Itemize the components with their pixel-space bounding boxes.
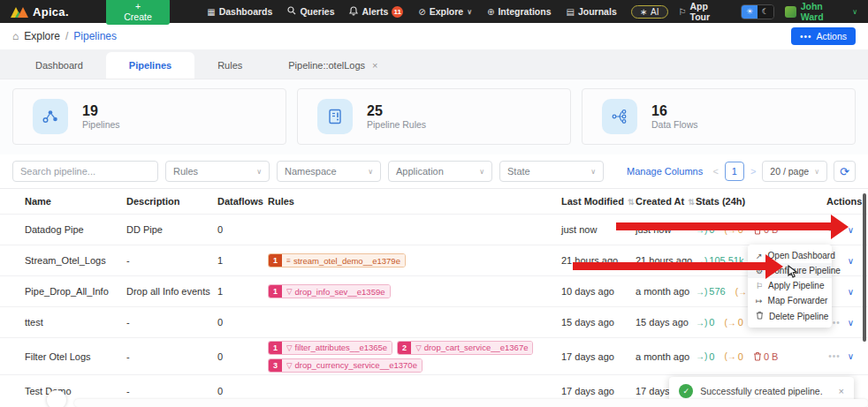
card-label: Pipeline Rules: [367, 119, 426, 130]
flow-branch-icon: [602, 99, 637, 134]
search-input[interactable]: [12, 161, 158, 182]
rule-tag[interactable]: 1≡stream_otel_demo__e1379e: [268, 253, 406, 268]
table-header: Name Description Dataflows Rules Last Mo…: [0, 188, 868, 215]
sort-last-modified[interactable]: Last Modified⇅: [561, 196, 636, 207]
forward-icon: ↦: [756, 297, 763, 305]
ingress-icon: [696, 351, 707, 361]
rule-tag[interactable]: 2▽drop_cart_service__e1367e: [397, 341, 533, 355]
apply-icon: ⚐: [756, 282, 763, 290]
menu-item-map-forwarder[interactable]: ↦ Map Forwarder: [748, 293, 832, 308]
user-name: John Ward: [801, 1, 848, 22]
nav-items: ▦ Dashboards Queries Alerts 11 ⊘ Explore…: [207, 6, 616, 18]
pipeline-nodes-icon: [33, 99, 68, 134]
brand-logo[interactable]: Apica.: [11, 5, 69, 19]
stats-cell: 0 0 0 B: [696, 351, 826, 362]
row-ellipsis-icon[interactable]: •••: [828, 351, 841, 361]
annotation-arrow-to-row-chevron: [616, 222, 831, 230]
avatar: [785, 6, 796, 18]
apica-logo-icon: [11, 6, 28, 18]
table-row[interactable]: Filter Otel Logs - 0 1▽filter_attributes…: [0, 338, 868, 375]
row-expand-icon[interactable]: ∨: [848, 256, 854, 266]
card-label: Data Flows: [651, 119, 698, 130]
tab-rules[interactable]: Rules: [194, 52, 265, 79]
page-size-select[interactable]: 20 / page∨: [762, 161, 827, 182]
nav-item-dashboards[interactable]: ▦ Dashboards: [207, 6, 272, 17]
next-page-icon[interactable]: >: [750, 166, 756, 177]
vertical-scrollbar[interactable]: [863, 193, 866, 342]
trash-icon: [753, 351, 762, 361]
annotation-arrow-to-configure-pipeline: [573, 262, 765, 270]
alerts-badge: 11: [392, 6, 403, 18]
filter-icon: ▽: [415, 343, 422, 352]
breadcrumb-current[interactable]: Pipelines: [73, 30, 117, 42]
sort-created-at[interactable]: Created At⇅: [636, 196, 696, 207]
rule-tag[interactable]: 1▽filter_attributes__e1365e: [268, 341, 392, 355]
ellipsis-icon: •••: [800, 32, 812, 41]
page-actions-button[interactable]: ••• Actions: [791, 27, 856, 45]
cursor-highlight-dot: [47, 390, 66, 407]
ingress-icon: [696, 287, 707, 297]
refresh-button[interactable]: ⟳: [834, 161, 856, 182]
chevron-down-icon: ∨: [590, 168, 596, 176]
card-value: 25: [367, 103, 426, 119]
state-filter-select[interactable]: State∨: [499, 161, 604, 182]
ai-button[interactable]: ∗ AI: [631, 5, 668, 19]
filter-bar: Rules∨ Namespace∨ Application∨ State∨ Ma…: [0, 155, 868, 188]
nav-item-integrations[interactable]: ⊕ Integrations: [487, 6, 551, 17]
row-expand-icon[interactable]: ∨: [848, 287, 854, 297]
tab-dashboard[interactable]: Dashboard: [12, 52, 106, 79]
moon-icon[interactable]: ☾: [758, 5, 773, 19]
namespace-filter-select[interactable]: Namespace∨: [277, 161, 381, 182]
page-number[interactable]: 1: [725, 162, 744, 181]
breadcrumb-separator: /: [65, 30, 68, 42]
pagination: < 1 > 20 / page∨ ⟳: [712, 161, 856, 182]
card-value: 16: [651, 103, 698, 119]
user-menu[interactable]: John Ward ∨: [785, 1, 857, 22]
table-row[interactable]: Stream_Otel_Logs - 1 1≡stream_otel_demo_…: [0, 245, 868, 276]
toast-message: Successfully created pipeline.: [700, 386, 822, 396]
close-icon[interactable]: ×: [372, 60, 377, 71]
nav-item-queries[interactable]: Queries: [287, 6, 334, 17]
stream-icon: ≡: [286, 256, 291, 265]
menu-item-open-dashboard[interactable]: ↗ Open Dashboard: [748, 248, 832, 263]
card-data-flows[interactable]: 16 Data Flows: [582, 88, 856, 145]
nav-item-explore[interactable]: ⊘ Explore ∨: [418, 6, 472, 17]
flag-icon: ⚐: [679, 7, 687, 17]
prev-page-icon[interactable]: <: [712, 166, 718, 177]
breadcrumb-section[interactable]: Explore: [24, 30, 60, 42]
brand-name: Apica.: [33, 5, 69, 19]
application-filter-select[interactable]: Application∨: [388, 161, 492, 182]
external-link-icon: ↗: [756, 252, 763, 260]
table-row[interactable]: Pipe_Drop_All_Info Drop all Info events …: [0, 276, 868, 307]
horizontal-scrollbar[interactable]: [74, 399, 868, 407]
sun-icon[interactable]: ☀: [742, 5, 758, 19]
close-icon[interactable]: ×: [839, 386, 844, 396]
theme-toggle[interactable]: ☀ ☾: [741, 4, 774, 19]
stat-cards: 19 Pipelines 25 Pipeline Rules 16 Data F…: [0, 79, 868, 155]
bell-icon: [349, 6, 358, 18]
rules-filter-select[interactable]: Rules∨: [165, 161, 270, 182]
search-icon: [287, 6, 296, 17]
manage-columns-link[interactable]: Manage Columns: [627, 166, 703, 177]
card-pipeline-rules[interactable]: 25 Pipeline Rules: [297, 88, 571, 145]
row-expand-icon[interactable]: ∨: [848, 351, 854, 361]
tab-pipelines[interactable]: Pipelines: [106, 52, 194, 79]
tab-pipeline-otellogs[interactable]: Pipeline::otelLogs ×: [265, 52, 400, 79]
home-icon[interactable]: ⌂: [12, 30, 19, 42]
chevron-down-icon: ∨: [467, 8, 472, 16]
journal-icon: ▤: [567, 7, 575, 17]
create-button[interactable]: + Create: [106, 0, 170, 25]
rule-tag[interactable]: 3▽drop_currency_service__e1370e: [268, 358, 423, 373]
card-pipelines[interactable]: 19 Pipelines: [12, 88, 286, 145]
menu-item-delete-pipeline[interactable]: Delete Pipeline: [748, 308, 832, 324]
row-expand-icon[interactable]: ∨: [848, 318, 854, 328]
nav-right: ∗ AI ⚐ App Tour ☀ ☾ John Ward ∨: [631, 1, 857, 22]
nav-item-journals[interactable]: ▤ Journals: [567, 6, 617, 17]
breadcrumb: ⌂ Explore / Pipelines: [12, 30, 117, 42]
integrations-icon: ⊕: [487, 7, 494, 17]
app-tour-button[interactable]: ⚐ App Tour: [679, 1, 730, 22]
nav-item-alerts[interactable]: Alerts 11: [349, 6, 403, 18]
table-row[interactable]: ttest - 0 15 days ago 15 days ago 0 0 0 …: [0, 307, 868, 338]
rule-tag[interactable]: 1▽drop_info_sev__e1359e: [268, 284, 391, 298]
pipelines-table: Name Description Dataflows Rules Last Mo…: [0, 188, 868, 407]
